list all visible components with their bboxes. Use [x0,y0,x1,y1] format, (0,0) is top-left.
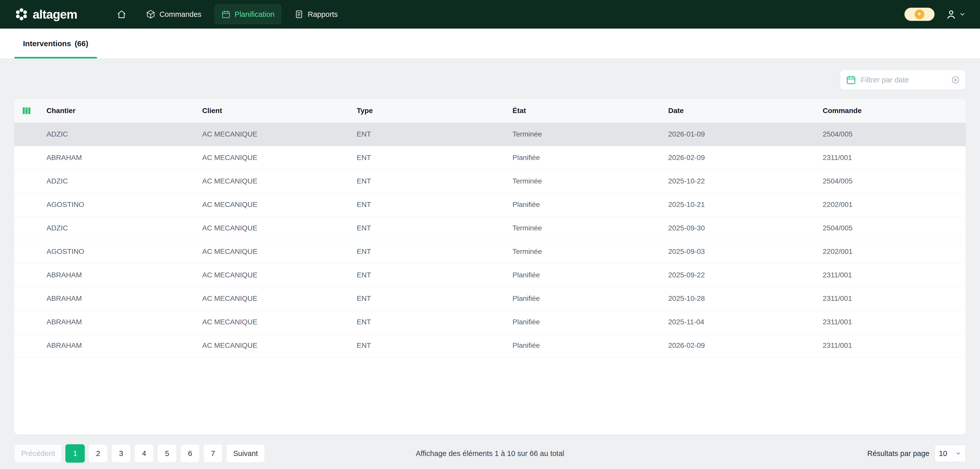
table-row[interactable]: AGOSTINO AC MECANIQUE ENT Planifiée 2025… [14,193,966,216]
page-button-5[interactable]: 5 [157,444,177,463]
cell-etat: Planifiée [512,287,668,310]
cell-date: 2025-10-21 [668,193,823,216]
cell-etat: Planifiée [512,146,668,170]
per-page-label: Résultats par page [867,449,929,458]
table-row[interactable]: ABRAHAM AC MECANIQUE ENT Planifiée 2026-… [14,146,966,170]
cell-type: ENT [357,287,512,310]
sun-icon: ✦ [915,10,924,19]
row-icon-cell [14,193,46,216]
main-content: Chantier Client Type État Date Commande … [0,70,980,434]
next-button[interactable]: Suivant [226,444,265,463]
brand[interactable]: altagem [14,7,77,21]
page-button-6[interactable]: 6 [180,444,200,463]
table-header-row: Chantier Client Type État Date Commande [14,99,966,122]
cell-commande: 2311/001 [823,334,966,357]
cell-date: 2025-09-22 [668,263,823,287]
cell-chantier: ADZIC [46,170,202,193]
user-icon [946,9,956,20]
tab-bar: Interventions (66) [0,29,980,59]
nav-rapports[interactable]: Rapports [288,5,344,24]
cell-client: AC MECANIQUE [202,122,357,146]
table-row[interactable]: ABRAHAM AC MECANIQUE ENT Planifiée 2025-… [14,287,966,310]
table-row[interactable]: ADZIC AC MECANIQUE ENT Terminée 2026-01-… [14,122,966,146]
cell-date: 2025-09-03 [668,240,823,263]
cell-client: AC MECANIQUE [202,193,357,216]
per-page-value: 10 [939,449,947,458]
cell-commande: 2311/001 [823,146,966,170]
table-row[interactable]: ABRAHAM AC MECANIQUE ENT Planifiée 2025-… [14,263,966,287]
clear-filter-icon[interactable] [951,76,960,84]
columns-icon[interactable] [21,106,32,116]
interventions-table-card: Chantier Client Type État Date Commande … [14,99,966,434]
page-button-3[interactable]: 3 [111,444,131,463]
tab-interventions[interactable]: Interventions (66) [14,29,97,59]
cell-client: AC MECANIQUE [202,216,357,240]
chevron-down-icon [955,450,961,456]
theme-toggle[interactable]: ✦ [904,8,935,21]
table-row[interactable]: AGOSTINO AC MECANIQUE ENT Terminée 2025-… [14,240,966,263]
previous-button[interactable]: Précédent [14,444,62,463]
cell-type: ENT [357,216,512,240]
user-menu[interactable] [946,9,966,20]
cell-type: ENT [357,122,512,146]
cell-chantier: ABRAHAM [46,334,202,357]
cell-etat: Planifiée [512,263,668,287]
cell-etat: Planifiée [512,310,668,334]
nav-label-planification: Planification [235,10,275,19]
cell-date: 2025-10-28 [668,287,823,310]
cell-chantier: ADZIC [46,216,202,240]
cell-type: ENT [357,334,512,357]
altagem-logo-icon [14,7,29,21]
row-icon-cell [14,310,46,334]
row-icon-cell [14,216,46,240]
main-nav: Commandes Planification Rapports [110,5,344,24]
row-icon-cell [14,146,46,170]
cell-date: 2026-02-09 [668,334,823,357]
interventions-table: Chantier Client Type État Date Commande … [14,99,966,358]
nav-planification[interactable]: Planification [215,5,281,24]
top-navbar: altagem Commandes [0,0,980,29]
cell-client: AC MECANIQUE [202,240,357,263]
cell-etat: Terminée [512,216,668,240]
cell-type: ENT [357,193,512,216]
cell-etat: Terminée [512,122,668,146]
per-page-select[interactable]: 10 [935,445,966,462]
cell-chantier: ABRAHAM [46,310,202,334]
cell-type: ENT [357,310,512,334]
table-body: ADZIC AC MECANIQUE ENT Terminée 2026-01-… [14,122,966,357]
cell-commande: 2504/005 [823,170,966,193]
page-button-1[interactable]: 1 [65,444,85,463]
home-icon [117,10,126,19]
cell-type: ENT [357,170,512,193]
cell-type: ENT [357,263,512,287]
table-row[interactable]: ABRAHAM AC MECANIQUE ENT Planifiée 2026-… [14,334,966,357]
report-icon [294,10,304,19]
date-filter[interactable] [840,70,966,90]
cell-client: AC MECANIQUE [202,263,357,287]
cell-date: 2025-09-30 [668,216,823,240]
cell-etat: Terminée [512,170,668,193]
tab-label: Interventions [23,39,71,48]
pagination-bar: Précédent 1234567 Suivant Affichage des … [0,434,980,469]
column-header-chantier: Chantier [46,99,202,122]
row-icon-cell [14,263,46,287]
date-filter-input[interactable] [861,76,947,84]
table-row[interactable]: ABRAHAM AC MECANIQUE ENT Planifiée 2025-… [14,310,966,334]
chevron-down-icon [959,11,966,17]
table-row[interactable]: ADZIC AC MECANIQUE ENT Terminée 2025-10-… [14,170,966,193]
row-icon-cell [14,287,46,310]
pagination: Précédent 1234567 Suivant [14,444,265,463]
cell-commande: 2504/005 [823,216,966,240]
page-button-7[interactable]: 7 [203,444,223,463]
nav-home[interactable] [110,5,133,24]
table-row[interactable]: ADZIC AC MECANIQUE ENT Terminée 2025-09-… [14,216,966,240]
pagination-pages: 1234567 [65,444,223,463]
cell-etat: Planifiée [512,193,668,216]
nav-commandes[interactable]: Commandes [139,5,208,24]
app: altagem Commandes [0,0,980,469]
page-button-2[interactable]: 2 [88,444,108,463]
column-header-type: Type [357,99,512,122]
column-header-etat: État [512,99,668,122]
page-button-4[interactable]: 4 [134,444,154,463]
row-icon-cell [14,334,46,357]
